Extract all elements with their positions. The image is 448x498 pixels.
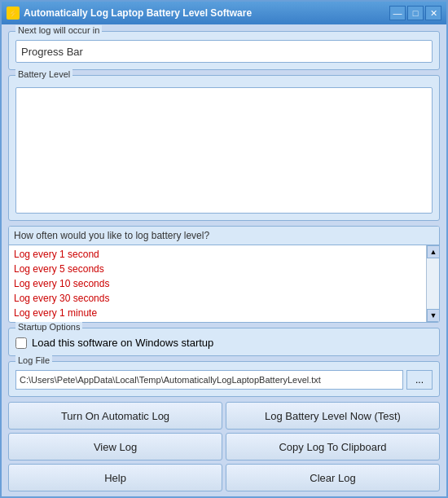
startup-options-label: Startup Options (15, 322, 82, 332)
frequency-listbox: How often would you like to log battery … (8, 226, 440, 323)
listbox-item[interactable]: Log every 10 seconds (9, 276, 426, 291)
scroll-down-button[interactable]: ▼ (427, 309, 440, 322)
next-log-group: Next log will occur in Progress Bar (8, 31, 440, 70)
battery-level-area (15, 87, 433, 214)
startup-checkbox-row: Load this software on Windows startup (15, 333, 433, 349)
minimize-button[interactable]: — (389, 6, 406, 20)
browse-button[interactable]: ... (406, 370, 433, 390)
title-bar-buttons: — □ ✕ (389, 6, 441, 20)
listbox-item[interactable]: Log every 1 minute (9, 306, 426, 320)
startup-options-group: Startup Options Load this software on Wi… (8, 328, 440, 356)
view-log-button[interactable]: View Log (8, 433, 222, 461)
help-button[interactable]: Help (8, 464, 222, 491)
log-file-group: Log File ... (8, 361, 440, 397)
listbox-scroll-area: Log every 1 secondLog every 5 secondsLog… (9, 245, 439, 322)
scroll-track[interactable] (427, 258, 439, 309)
close-button[interactable]: ✕ (425, 6, 441, 20)
battery-level-group: Battery Level (8, 75, 440, 221)
action-buttons-grid: Turn On Automatic Log Log Battery Level … (8, 402, 440, 491)
log-file-row: ... (15, 370, 433, 390)
turn-on-automatic-log-button[interactable]: Turn On Automatic Log (8, 402, 222, 430)
startup-checkbox[interactable] (15, 337, 27, 349)
log-file-label: Log File (15, 355, 52, 365)
listbox-item[interactable]: Log every 1 second (9, 247, 426, 262)
scroll-up-button[interactable]: ▲ (427, 245, 440, 258)
clear-log-button[interactable]: Clear Log (226, 464, 440, 491)
main-window: ⚡ Automatically Log Laptop Battery Level… (0, 0, 448, 498)
listbox-item[interactable]: Log every 5 seconds (9, 262, 426, 276)
progress-bar: Progress Bar (15, 40, 433, 63)
listbox-item[interactable]: Log every 30 seconds (9, 291, 426, 306)
copy-log-to-clipboard-button[interactable]: Copy Log To Clipboard (226, 433, 440, 461)
content-area: Next log will occur in Progress Bar Batt… (2, 24, 446, 498)
app-icon: ⚡ (7, 7, 20, 20)
progress-bar-text: Progress Bar (21, 46, 83, 58)
window-title: Automatically Log Laptop Battery Level S… (24, 7, 389, 19)
next-log-label: Next log will occur in (15, 25, 102, 35)
battery-level-label: Battery Level (15, 69, 72, 79)
listbox-items: Log every 1 secondLog every 5 secondsLog… (9, 245, 426, 322)
frequency-header: How often would you like to log battery … (9, 227, 439, 245)
maximize-button[interactable]: □ (407, 6, 424, 20)
log-battery-level-now-button[interactable]: Log Battery Level Now (Test) (226, 402, 440, 430)
log-file-input[interactable] (15, 370, 403, 390)
startup-checkbox-label: Load this software on Windows startup (32, 337, 213, 349)
title-bar: ⚡ Automatically Log Laptop Battery Level… (2, 2, 446, 24)
scrollbar[interactable]: ▲ ▼ (426, 245, 439, 322)
